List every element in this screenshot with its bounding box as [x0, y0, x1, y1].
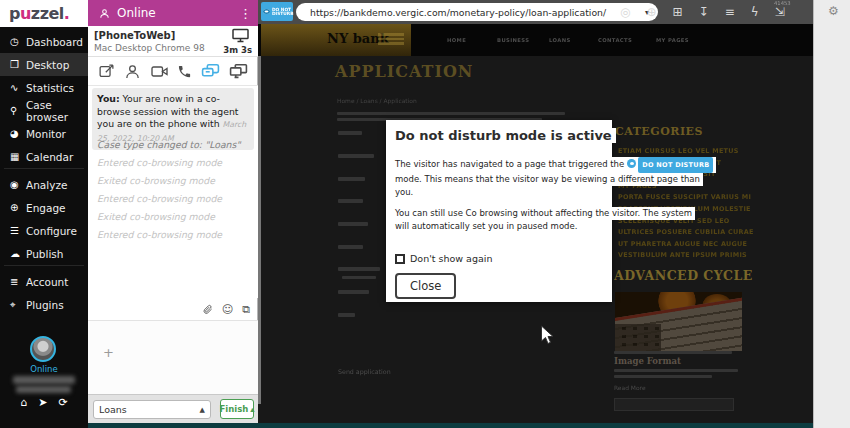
- close-button[interactable]: Close: [395, 273, 456, 299]
- sidebar-item-monitor[interactable]: ◕Monitor: [0, 122, 88, 145]
- sidebar-item-desktop[interactable]: ❐Desktop: [0, 53, 88, 76]
- category-link[interactable]: VESTIBULUM ANTE IPSUM PRIMIS: [618, 251, 754, 262]
- logo-accent: .: [64, 4, 70, 23]
- sidebar-item-label: Desktop: [26, 59, 69, 71]
- logout-icon[interactable]: ⟳: [58, 396, 67, 409]
- sidebar-item-publish[interactable]: ☁Publish: [0, 242, 88, 265]
- send-application-button[interactable]: Send application: [338, 369, 391, 376]
- message-author: You:: [97, 93, 120, 104]
- category-link[interactable]: PORTA FUSCE SUSCIPIT VARIUS MI: [618, 193, 754, 204]
- plugins-icon: ⌖: [10, 299, 26, 311]
- compose-note-icon[interactable]: [98, 63, 115, 80]
- case-type-value: Loans: [99, 404, 200, 415]
- advanced-cycle-title: ADVANCED CYCLE: [614, 268, 753, 283]
- dont-show-again-row: Don't show again: [395, 253, 612, 264]
- sidebar-item-calendar[interactable]: ▦Calendar: [0, 145, 88, 168]
- emoji-icon[interactable]: ☺: [222, 303, 233, 316]
- sidebar-nav: ◷Dashboard ❐Desktop ∿Statistics ⚲Case br…: [0, 30, 88, 316]
- agent-avatar[interactable]: [30, 336, 56, 362]
- home-icon[interactable]: ⌂: [20, 396, 27, 409]
- form-label-dim: [338, 131, 362, 135]
- dont-show-again-checkbox[interactable]: [395, 254, 405, 264]
- record-icon[interactable]: ◎: [620, 5, 630, 19]
- toolbar-actions: ◎ ⊕ ⊞ ↧ ≡ ϟ ⇲: [620, 0, 785, 24]
- article-footer-bar: [614, 398, 734, 411]
- sidebar-item-statistics[interactable]: ∿Statistics: [0, 76, 88, 99]
- bank-nav-mypages[interactable]: MY PAGES: [656, 37, 689, 43]
- calendar-icon: ▦: [10, 151, 26, 162]
- monitor-icon: ◕: [10, 128, 26, 139]
- sidebar-item-analyze[interactable]: ◉Analyze: [0, 173, 88, 196]
- dim-text-line: [614, 351, 732, 354]
- category-link[interactable]: ULTRICES POSUERE CUBILIA CURAE: [618, 228, 754, 239]
- sidebar-item-case-browser[interactable]: ⚲Case browser: [0, 99, 88, 122]
- page-edge: [258, 24, 261, 404]
- analyze-icon: ◉: [10, 179, 26, 190]
- session-counter: 41453: [774, 0, 791, 6]
- gear-icon[interactable]: ⚙: [828, 4, 839, 18]
- url-text: https://bankdemo.vergic.com/monetary-pol…: [310, 7, 645, 18]
- browser-side-strip: ⚙: [813, 0, 850, 428]
- session-device: Mac Desktop Chrome 98: [94, 43, 205, 53]
- bottom-accent-strip: [88, 423, 813, 428]
- download-icon[interactable]: ↧: [699, 5, 709, 19]
- list-icon[interactable]: ≡: [725, 5, 735, 19]
- bank-nav-business[interactable]: BUSINESS: [497, 37, 529, 43]
- sidebar: puzzel. ◷Dashboard ❐Desktop ∿Statistics …: [0, 0, 88, 428]
- breadcrumb: Home / Loans / Application: [337, 98, 417, 105]
- zoom-icon[interactable]: ⊕: [646, 5, 656, 19]
- article-photo: [615, 292, 742, 351]
- screen-monitor-icon: [231, 28, 250, 43]
- kebab-menu-icon[interactable]: ⋮: [239, 6, 252, 21]
- lightning-icon[interactable]: ϟ: [751, 5, 759, 19]
- account-icon: ≣: [10, 276, 26, 287]
- bank-tagline: [378, 33, 404, 47]
- modal-paragraph-line: will automatically set you in paused mod…: [395, 220, 580, 233]
- bank-nav-contacts[interactable]: CONTACTS: [598, 37, 632, 43]
- chat-header: Online ⋮: [88, 0, 258, 26]
- desktop-icon: ❐: [10, 59, 26, 70]
- composer-actions: ☺ ⧉: [88, 298, 258, 321]
- statistics-icon: ∿: [10, 82, 26, 93]
- visitor-profile-icon[interactable]: [124, 63, 141, 80]
- case-type-select[interactable]: Loans ▲: [93, 400, 211, 419]
- multi-screen-icon[interactable]: [229, 63, 248, 79]
- video-call-icon[interactable]: [150, 64, 169, 79]
- collapse-icon[interactable]: ⇲: [775, 5, 785, 19]
- sidebar-item-engage[interactable]: ⊕Engage: [0, 196, 88, 219]
- read-more-link[interactable]: Read More: [614, 385, 646, 392]
- dont-show-again-label: Don't show again: [410, 253, 492, 264]
- cobrowse-icon[interactable]: [201, 63, 220, 79]
- attachment-icon[interactable]: [202, 303, 213, 315]
- sidebar-item-plugins[interactable]: ⌖Plugins: [0, 293, 88, 316]
- dashboard-icon: ◷: [10, 36, 26, 47]
- article-caption: Image Format: [614, 356, 681, 366]
- system-message: Entered co-browsing mode: [97, 193, 241, 204]
- chevron-up-icon: ▴: [250, 404, 254, 414]
- snapshot-icon[interactable]: ⊞: [673, 5, 683, 19]
- share-icon[interactable]: ➤: [38, 396, 47, 409]
- sidebar-item-configure[interactable]: ☰Configure: [0, 219, 88, 242]
- configure-icon: ☰: [10, 225, 26, 236]
- sidebar-item-label: Calendar: [26, 151, 73, 163]
- form-label-dim: [338, 267, 380, 271]
- sidebar-item-account[interactable]: ≣Account: [0, 270, 88, 293]
- open-external-icon[interactable]: ⧉: [242, 303, 250, 316]
- chat-input-area[interactable]: +: [88, 321, 258, 394]
- system-messages: Case type changed to: "Loans" Entered co…: [97, 139, 241, 247]
- publish-icon: ☁: [10, 248, 26, 259]
- phone-icon[interactable]: [177, 64, 192, 79]
- system-message: Case type changed to: "Loans": [97, 139, 241, 150]
- category-link[interactable]: UT PHARETRA AUGUE NEC AUGUE: [618, 240, 754, 251]
- dim-text-line: [337, 112, 565, 115]
- modal-paragraph-line: You can still use Co browsing without af…: [395, 207, 695, 220]
- url-bar[interactable]: https://bankdemo.vergic.com/monetary-pol…: [296, 3, 658, 21]
- sidebar-item-dashboard[interactable]: ◷Dashboard: [0, 30, 88, 53]
- categories-title: CATEGORIES: [615, 125, 703, 138]
- sidebar-item-label: Case browser: [26, 99, 88, 123]
- person-icon: [99, 8, 110, 19]
- finish-button[interactable]: Finish▴: [220, 399, 254, 419]
- bank-nav-home[interactable]: HOME: [447, 37, 466, 43]
- session-info: [PhoneToWeb] Mac Desktop Chrome 98 3m 3s: [88, 26, 258, 57]
- bank-nav-loans[interactable]: LOANS: [549, 37, 571, 43]
